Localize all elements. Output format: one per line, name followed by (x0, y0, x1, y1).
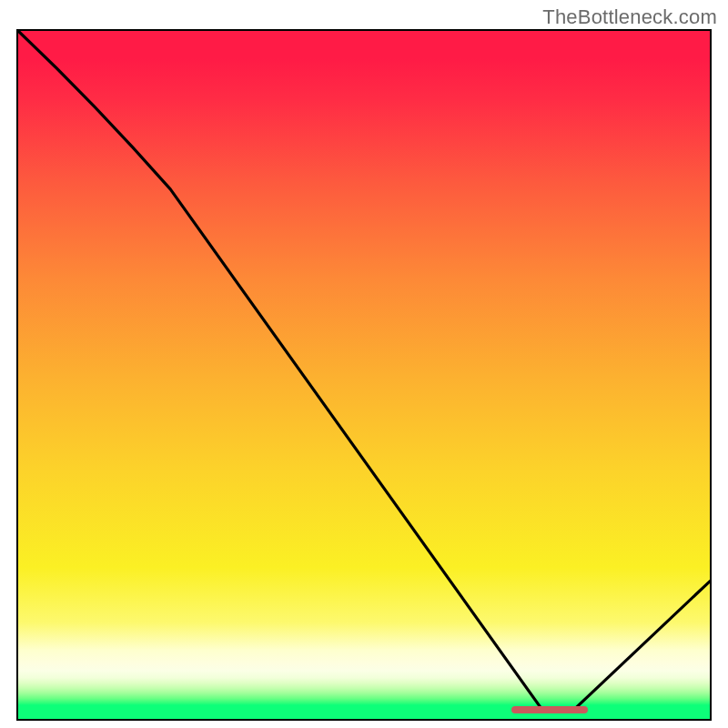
attribution-text: TheBottleneck.com (542, 5, 717, 29)
bottleneck-curve-path (18, 31, 710, 712)
curve-svg (18, 31, 710, 719)
chart-area (16, 29, 712, 721)
optimal-range-marker (511, 706, 588, 713)
